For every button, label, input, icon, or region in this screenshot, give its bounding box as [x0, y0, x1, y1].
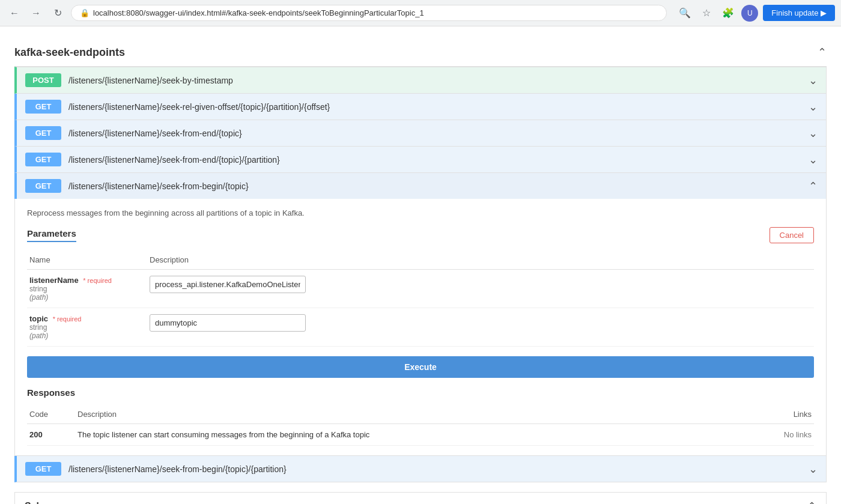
browser-actions: 🔍 ☆ 🧩 U Finish update ▶: [676, 5, 835, 22]
chevron-down-icon-ep2[interactable]: ⌄: [809, 100, 818, 114]
endpoint-row-ep4[interactable]: GET /listeners/{listenerName}/seek-from-…: [14, 147, 827, 173]
param-input-cell-listenerName: [147, 270, 814, 308]
endpoint-left-ep3: GET /listeners/{listenerName}/seek-from-…: [25, 126, 242, 140]
endpoint-left-ep2: GET /listeners/{listenerName}/seek-rel-g…: [25, 100, 330, 114]
browser-chrome: ← → ↻ 🔒 localhost:8080/swagger-ui/index.…: [0, 0, 841, 26]
method-badge-ep3: GET: [25, 126, 61, 140]
param-required-listenerName: * required: [83, 277, 112, 284]
chevron-down-icon-ep4[interactable]: ⌄: [809, 153, 818, 166]
endpoint-path-ep2: /listeners/{listenerName}/seek-rel-given…: [68, 102, 330, 112]
endpoint-description-ep5: Reprocess messages from the beginning ac…: [27, 208, 814, 217]
param-name-cell-topic: topic * required string (path): [27, 308, 147, 347]
method-badge-ep4: GET: [25, 153, 61, 166]
main-content: kafka-seek-endpoints ⌃ POST /listeners/{…: [0, 26, 841, 504]
endpoint-row-ep6[interactable]: GET /listeners/{listenerName}/seek-from-…: [14, 456, 827, 482]
param-required-topic: * required: [53, 315, 82, 323]
response-links-200: No links: [741, 424, 814, 446]
endpoint-path-ep3: /listeners/{listenerName}/seek-from-end/…: [68, 129, 242, 138]
lock-icon: 🔒: [80, 8, 90, 17]
section-header: kafka-seek-endpoints ⌃: [14, 38, 827, 67]
endpoint-path-ep6: /listeners/{listenerName}/seek-from-begi…: [68, 464, 287, 474]
param-location-listenerName: (path): [29, 293, 145, 302]
chevron-down-icon-ep3[interactable]: ⌄: [809, 127, 818, 140]
schemas-title: Schemas: [25, 501, 67, 504]
params-header: Parameters Cancel: [27, 227, 814, 243]
reload-button[interactable]: ↻: [49, 5, 66, 22]
responses-col-code: Code: [27, 405, 75, 424]
param-input-topic[interactable]: [150, 314, 306, 332]
endpoint-row-ep3[interactable]: GET /listeners/{listenerName}/seek-from-…: [14, 120, 827, 147]
extensions-icon[interactable]: 🧩: [720, 5, 736, 22]
response-desc-200: The topic listener can start consuming m…: [75, 424, 741, 446]
forward-button[interactable]: →: [28, 5, 44, 22]
method-badge-ep6: GET: [25, 462, 61, 476]
param-input-cell-topic: [147, 308, 814, 347]
url-text: localhost:8080/swagger-ui/index.html#/ka…: [93, 8, 658, 17]
method-badge-ep2: GET: [25, 100, 61, 114]
chevron-down-icon-ep6[interactable]: ⌄: [809, 463, 818, 476]
endpoint-left-ep6: GET /listeners/{listenerName}/seek-from-…: [25, 462, 287, 476]
back-button[interactable]: ←: [6, 5, 23, 22]
bookmark-icon[interactable]: ☆: [698, 5, 715, 22]
params-table: Name Description listenerName * required…: [27, 250, 814, 347]
param-name-listenerName: listenerName: [29, 276, 79, 285]
execute-button[interactable]: Execute: [27, 356, 814, 378]
endpoint-left-ep5: GET /listeners/{listenerName}/seek-from-…: [25, 179, 249, 193]
col-description-header: Description: [147, 250, 814, 270]
col-name-header: Name: [27, 250, 147, 270]
param-location-topic: (path): [29, 332, 145, 340]
schemas-chevron-icon[interactable]: ⌃: [807, 500, 816, 504]
param-name-cell-listenerName: listenerName * required string (path): [27, 270, 147, 308]
param-input-listenerName[interactable]: [150, 276, 306, 293]
address-bar[interactable]: 🔒 localhost:8080/swagger-ui/index.html#/…: [71, 5, 667, 21]
endpoints-container: POST /listeners/{listenerName}/seek-by-t…: [14, 67, 827, 482]
responses-col-description: Description: [75, 405, 741, 424]
method-badge-ep5: GET: [25, 179, 61, 193]
endpoint-path-ep4: /listeners/{listenerName}/seek-from-end/…: [68, 155, 280, 165]
responses-col-links: Links: [741, 405, 814, 424]
endpoint-row-ep1[interactable]: POST /listeners/{listenerName}/seek-by-t…: [14, 67, 827, 94]
section-collapse-icon[interactable]: ⌃: [818, 46, 827, 59]
finish-update-button[interactable]: Finish update ▶: [763, 5, 835, 21]
params-title: Parameters: [27, 228, 76, 242]
endpoint-row-ep5[interactable]: GET /listeners/{listenerName}/seek-from-…: [14, 173, 827, 199]
endpoint-path-ep1: /listeners/{listenerName}/seek-by-timest…: [68, 76, 233, 85]
section-title: kafka-seek-endpoints: [14, 46, 125, 59]
param-row-listenerName: listenerName * required string (path): [27, 270, 814, 308]
schemas-header[interactable]: Schemas ⌃: [15, 493, 826, 504]
endpoint-left-ep4: GET /listeners/{listenerName}/seek-from-…: [25, 153, 280, 166]
responses-table: Code Description Links 200 The topic lis…: [27, 405, 814, 446]
cancel-button[interactable]: Cancel: [770, 227, 814, 243]
profile-icon[interactable]: U: [741, 5, 758, 22]
param-row-topic: topic * required string (path): [27, 308, 814, 347]
method-badge-ep1: POST: [25, 73, 61, 87]
endpoint-left-ep1: POST /listeners/{listenerName}/seek-by-t…: [25, 73, 233, 87]
response-code-200: 200: [27, 424, 75, 446]
param-type-listenerName: string: [29, 285, 145, 293]
endpoint-row-ep2[interactable]: GET /listeners/{listenerName}/seek-rel-g…: [14, 94, 827, 120]
endpoint-path-ep5: /listeners/{listenerName}/seek-from-begi…: [68, 181, 249, 191]
chevron-up-icon-ep5[interactable]: ⌃: [809, 180, 818, 193]
schemas-section: Schemas ⌃: [14, 492, 827, 504]
response-row-200: 200 The topic listener can start consumi…: [27, 424, 814, 446]
chevron-down-icon-ep1[interactable]: ⌄: [809, 74, 818, 87]
param-name-topic: topic: [29, 314, 48, 323]
param-type-topic: string: [29, 323, 145, 332]
expanded-panel-ep5: Reprocess messages from the beginning ac…: [14, 199, 827, 456]
responses-title: Responses: [27, 387, 814, 398]
search-icon[interactable]: 🔍: [676, 5, 693, 22]
